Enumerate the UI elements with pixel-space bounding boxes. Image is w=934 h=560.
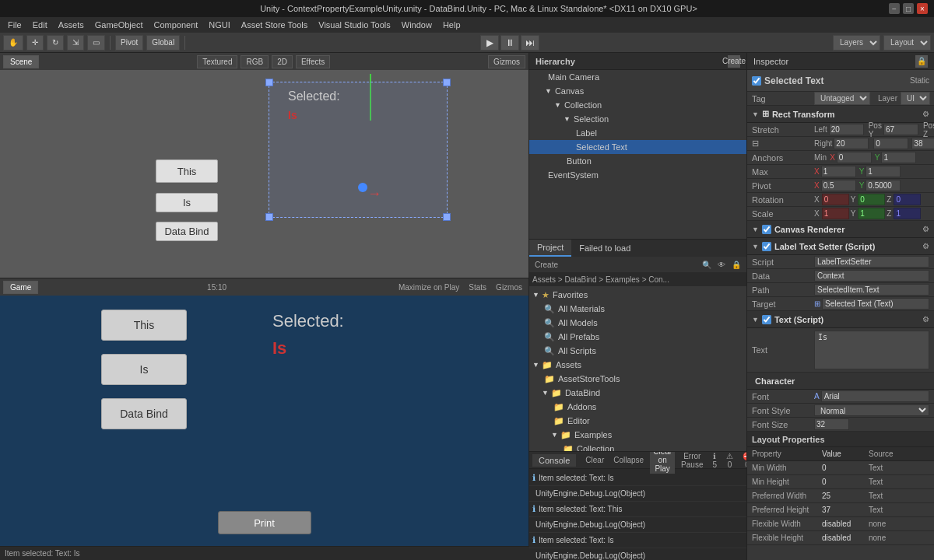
stats-button[interactable]: Stats — [465, 283, 490, 292]
component-menu-btn[interactable]: ⚙ — [922, 225, 929, 233]
console-entry[interactable]: UnityEngine.Debug.Log(Object) — [529, 486, 746, 502]
data-field[interactable] — [814, 270, 929, 282]
twod-control[interactable]: 2D — [272, 55, 293, 68]
project-search-btn[interactable]: 🔍 — [700, 261, 714, 269]
project-lock-btn[interactable]: 🔒 — [729, 261, 743, 269]
console-collapse-btn[interactable]: Collapse — [610, 455, 647, 465]
min-x-field[interactable] — [837, 152, 872, 163]
all-materials-item[interactable]: 🔍 All Materials — [529, 302, 746, 316]
maximize-on-play[interactable]: Maximize on Play — [395, 283, 462, 292]
menu-window[interactable]: Window — [397, 19, 437, 31]
play-button[interactable]: ▶ — [480, 35, 499, 51]
rot-x-field[interactable] — [822, 194, 849, 205]
rgb-control[interactable]: RGB — [241, 55, 269, 68]
hierarchy-item-selected-text[interactable]: Selected Text — [529, 140, 746, 154]
addons-item[interactable]: 📁 Addons — [529, 400, 746, 414]
layer-dropdown[interactable]: UI — [901, 92, 930, 105]
hierarchy-item-collection[interactable]: ▼ Collection — [529, 98, 746, 112]
hierarchy-item-label[interactable]: Label — [529, 126, 746, 140]
left-field[interactable] — [829, 124, 864, 135]
assetstoretools-item[interactable]: 📁 AssetStoreTools — [529, 372, 746, 386]
rect-field4[interactable] — [911, 138, 934, 149]
min-y-field[interactable] — [881, 152, 916, 163]
menu-component[interactable]: Component — [149, 19, 202, 31]
scale-y-field[interactable] — [858, 208, 885, 219]
console-warn-filter[interactable]: ⚠ 0 — [723, 451, 736, 470]
rot-z-field[interactable] — [894, 194, 921, 205]
label-text-setter-header[interactable]: ▼ Label Text Setter (Script) ⚙ — [747, 238, 934, 255]
game-btn-this[interactable]: This — [101, 310, 187, 341]
game-gizmos[interactable]: Gizmos — [493, 283, 525, 292]
script-field[interactable] — [814, 256, 929, 268]
hierarchy-item-selection[interactable]: ▼ Selection — [529, 112, 746, 126]
textured-control[interactable]: Textured — [197, 55, 237, 68]
text-script-header[interactable]: ▼ Text (Script) ⚙ — [747, 311, 934, 328]
scale-x-field[interactable] — [822, 208, 849, 219]
console-error-filter[interactable]: ⛔ 0 — [739, 451, 746, 470]
console-entry[interactable]: ℹ Item selected: Text: Is — [529, 471, 746, 486]
component-settings-btn[interactable]: ⚙ — [922, 110, 929, 118]
gizmos-control[interactable]: Gizmos — [488, 55, 525, 68]
collection-subfolder[interactable]: 📁 Collection — [529, 442, 746, 451]
transform-handle-tl[interactable] — [265, 79, 273, 86]
scene-btn-is[interactable]: Is — [156, 193, 218, 212]
menu-file[interactable]: File — [3, 19, 26, 31]
menu-visualstudiotools[interactable]: Visual Studio Tools — [314, 19, 395, 31]
pivot-x-field[interactable] — [821, 180, 856, 191]
component-menu-btn2[interactable]: ⚙ — [922, 242, 929, 250]
rotate-tool[interactable]: ↻ — [47, 35, 64, 51]
canvas-renderer-checkbox[interactable] — [762, 225, 771, 234]
max-y-field[interactable] — [866, 166, 901, 177]
all-prefabs-item[interactable]: 🔍 All Prefabs — [529, 330, 746, 344]
menu-gameobject[interactable]: GameObject — [90, 19, 148, 31]
console-info-filter[interactable]: ℹ 5 — [709, 451, 720, 470]
hierarchy-create-btn[interactable]: Create — [728, 55, 740, 68]
favorites-folder[interactable]: ▼ ★ Favorites — [529, 288, 746, 302]
project-tab[interactable]: Project — [529, 240, 571, 257]
hierarchy-item-button[interactable]: Button — [529, 154, 746, 168]
component-menu-btn3[interactable]: ⚙ — [922, 315, 929, 324]
assets-folder[interactable]: ▼ 📁 Assets — [529, 358, 746, 372]
move-tool[interactable]: ✛ — [26, 35, 44, 51]
close-button[interactable]: × — [917, 3, 928, 14]
scene-tab[interactable]: Scene — [3, 55, 39, 68]
print-button[interactable]: Print — [218, 511, 311, 534]
console-tab[interactable]: Console — [532, 454, 576, 467]
maximize-button[interactable]: □ — [903, 3, 914, 14]
rect-field3[interactable] — [873, 138, 908, 149]
effects-control[interactable]: Effects — [296, 55, 330, 68]
pivot-button[interactable]: Pivot — [115, 35, 143, 51]
scale-z-field[interactable] — [894, 208, 921, 219]
hierarchy-item-maincamera[interactable]: Main Camera — [529, 70, 746, 84]
step-button[interactable]: ⏭ — [521, 35, 539, 51]
console-errorpause-btn[interactable]: Error Pause — [678, 451, 706, 470]
text-textarea[interactable]: Is — [814, 331, 929, 369]
pivot-y-field[interactable] — [866, 180, 901, 191]
inspector-active-checkbox[interactable] — [752, 76, 761, 86]
max-x-field[interactable] — [821, 166, 856, 177]
failed-to-load-tab[interactable]: Failed to load — [571, 240, 638, 257]
canvas-renderer-header[interactable]: ▼ Canvas Renderer ⚙ — [747, 221, 934, 238]
scene-btn-databind[interactable]: Data Bind — [156, 222, 218, 241]
transform-handle-tr[interactable] — [443, 79, 451, 86]
font-size-field[interactable] — [814, 418, 849, 430]
path-field[interactable] — [814, 284, 929, 296]
menu-assetstoretools[interactable]: Asset Store Tools — [237, 19, 312, 31]
minimize-button[interactable]: − — [889, 3, 900, 14]
pause-button[interactable]: ⏸ — [500, 35, 519, 51]
hierarchy-item-canvas[interactable]: ▼ Canvas — [529, 84, 746, 98]
menu-assets[interactable]: Assets — [54, 19, 89, 31]
character-header[interactable]: Character — [747, 373, 934, 390]
console-entry[interactable]: UnityEngine.Debug.Log(Object) — [529, 517, 746, 533]
menu-ngui[interactable]: NGUI — [204, 19, 235, 31]
console-entry[interactable]: ℹ Item selected: Text: This — [529, 502, 746, 517]
font-style-dropdown[interactable]: Normal — [814, 404, 929, 416]
menu-help[interactable]: Help — [438, 19, 465, 31]
rect-tool[interactable]: ▭ — [87, 35, 105, 51]
pos-y-field[interactable] — [883, 124, 918, 135]
rot-y-field[interactable] — [858, 194, 885, 205]
scene-btn-this[interactable]: This — [156, 159, 218, 183]
game-btn-is[interactable]: Is — [101, 354, 187, 385]
game-tab[interactable]: Game — [3, 281, 38, 294]
font-field[interactable] — [821, 390, 929, 402]
